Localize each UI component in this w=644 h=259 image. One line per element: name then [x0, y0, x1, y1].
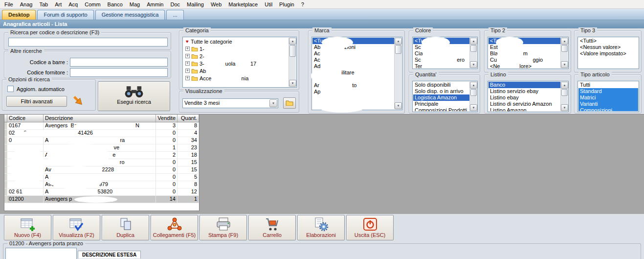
tipo2-scrollbar[interactable]: ▲ ▼ [560, 38, 568, 68]
scroll-down-icon[interactable]: ▼ [561, 61, 568, 68]
header-descrizione[interactable]: Descrizione [44, 115, 156, 122]
fornitore-input[interactable] [70, 68, 168, 77]
scroll-up-icon[interactable]: ▲ [470, 82, 477, 89]
filtri-avanzati-button[interactable]: Filtri avanzati [6, 96, 67, 107]
listino-item[interactable]: Listino ebay [489, 94, 560, 101]
tipo-articolo-item[interactable]: Varianti [578, 101, 638, 107]
tipo3-item[interactable]: <Valore impostato> [578, 50, 638, 57]
tab-forum-di-supporto[interactable]: Forum di supporto [37, 10, 93, 20]
listino-item[interactable]: Listino di servizio Amazon [489, 101, 560, 107]
colore-scrollbar[interactable]: ▲ ▼ [469, 38, 477, 68]
expand-plus-icon[interactable]: + [185, 54, 190, 58]
scroll-thumb[interactable] [470, 45, 477, 52]
quantita-item[interactable]: Solo disponibili [413, 82, 469, 88]
scroll-up-icon[interactable]: ▲ [289, 38, 296, 45]
tipo2-item[interactable]: <Ne lore> [489, 63, 560, 68]
scroll-down-icon[interactable]: ▼ [395, 102, 402, 109]
folder-button[interactable] [283, 97, 296, 109]
menu-item[interactable]: ? [298, 0, 308, 8]
menu-item[interactable]: Acq [65, 0, 81, 8]
header-vendite[interactable]: Vendite [156, 115, 178, 122]
marca-item[interactable]: Ac [312, 50, 394, 57]
scroll-down-icon[interactable]: ▼ [470, 104, 477, 111]
colore-item[interactable]: Ter [413, 63, 469, 68]
category-item[interactable]: + Ab [183, 67, 289, 74]
category-item[interactable]: + 3- uola 17 [183, 60, 289, 67]
category-item[interactable]: ♥ Tutte le categorie [183, 38, 289, 45]
tipo-articolo-item[interactable]: Matrici [578, 94, 638, 101]
record-list-box[interactable] [5, 248, 77, 259]
scroll-down-icon[interactable]: ▼ [561, 104, 568, 111]
scroll-up-icon[interactable]: ▲ [470, 38, 477, 45]
scroll-thumb[interactable] [470, 89, 477, 96]
tipo3-item[interactable]: <Nessun valore> [578, 44, 638, 50]
header-codice[interactable]: Codice [7, 115, 44, 122]
listino-item[interactable]: Listino Amazon [489, 107, 560, 111]
expand-plus-icon[interactable]: + [185, 76, 190, 80]
tab-more[interactable]: ... [166, 10, 183, 20]
marca-scrollbar[interactable]: ▲ ▼ [394, 38, 401, 109]
listino-scrollbar[interactable]: ▲ ▼ [560, 82, 568, 111]
tipo-articolo-item[interactable]: Composizioni [578, 107, 638, 111]
censor-blob [212, 75, 240, 83]
listino-item[interactable]: Banco [489, 82, 560, 88]
menu-item[interactable]: Ammin [143, 0, 167, 8]
cell-q: 15 [178, 166, 199, 173]
tab-descrizione-estesa[interactable]: DESCRIZIONE ESTESA [78, 251, 141, 259]
menu-item[interactable]: Tab [36, 0, 51, 8]
barcode-input[interactable] [70, 58, 168, 67]
stampa-button[interactable]: Stampa (F9) [200, 215, 247, 240]
menu-item[interactable]: Anag [17, 0, 36, 8]
menu-item[interactable]: Web [207, 0, 225, 8]
scroll-down-icon[interactable]: ▼ [470, 61, 477, 68]
tab-gestione-messaggistica[interactable]: Gestione messaggistica [95, 10, 165, 20]
tipo-articolo-item[interactable]: Standard [578, 88, 638, 94]
nuovo-button[interactable]: Nuovo (F4) [4, 215, 51, 240]
categoria-scrollbar[interactable]: ▲ ▼ [289, 38, 296, 87]
uscita-button[interactable]: Uscita (ESC) [346, 215, 394, 240]
scroll-up-icon[interactable]: ▲ [561, 82, 568, 89]
menu-item[interactable]: File [1, 0, 17, 8]
menu-item[interactable]: Banco [104, 0, 126, 8]
scroll-thumb[interactable] [561, 45, 568, 52]
tipo3-item[interactable]: <Tutti> [578, 38, 638, 44]
scroll-thumb[interactable] [289, 45, 296, 57]
scroll-down-icon[interactable]: ▼ [289, 80, 296, 87]
quantita-item[interactable]: Logistica Amazon [413, 94, 469, 101]
table-row[interactable]: 02 61A 53820012 [4, 188, 199, 196]
quantita-item[interactable]: Principale [413, 101, 469, 107]
header-quant[interactable]: Quant. [178, 115, 199, 122]
menu-item[interactable]: Art [51, 0, 65, 8]
carrello-button[interactable]: Carrello [248, 215, 296, 240]
menu-item[interactable]: Mag [126, 0, 143, 8]
scroll-thumb[interactable] [561, 89, 568, 96]
menu-item[interactable]: Plugin [276, 0, 298, 8]
quantita-item[interactable]: Composizioni Prodotti [413, 107, 469, 111]
visualizzazione-select[interactable]: Vendite 3 mesi ▼ [182, 98, 278, 108]
quantita-scrollbar[interactable]: ▲ ▼ [469, 82, 477, 111]
scroll-thumb[interactable] [395, 45, 401, 54]
scroll-up-icon[interactable]: ▲ [561, 38, 568, 45]
expand-plus-icon[interactable]: + [185, 47, 190, 51]
expand-plus-icon[interactable]: + [185, 61, 190, 66]
tipo-articolo-item[interactable]: Tutti [578, 82, 638, 88]
listino-item[interactable]: Listino servizio ebay [489, 88, 560, 94]
menu-item[interactable]: Doc [167, 0, 183, 8]
menu-item[interactable]: Util [261, 0, 276, 8]
elaborazioni-button[interactable]: Elaborazioni [297, 215, 345, 240]
scroll-up-icon[interactable]: ▲ [395, 38, 402, 45]
duplica-button[interactable]: Duplica [102, 215, 149, 240]
menu-item[interactable]: Mailing [183, 0, 207, 8]
search-input[interactable] [8, 38, 168, 47]
tab-desktop[interactable]: Desktop [2, 10, 36, 20]
auto-update-checkbox[interactable] [7, 86, 14, 92]
combo-arrow-icon[interactable]: ▼ [269, 99, 277, 107]
menu-item[interactable]: Comm [81, 0, 104, 8]
marca-item[interactable]: Ac [312, 57, 394, 63]
esegui-ricerca-button[interactable]: Esegui ricerca [98, 81, 170, 111]
visualizza-button[interactable]: Visualizza (F2) [53, 215, 100, 240]
expand-plus-icon[interactable]: + [185, 69, 190, 73]
collegamenti-button[interactable]: Collegamenti (F5) [151, 215, 198, 240]
menu-item[interactable]: Marketplace [225, 0, 261, 8]
quantita-item[interactable]: Solo disp. o in arrivo [413, 88, 469, 94]
